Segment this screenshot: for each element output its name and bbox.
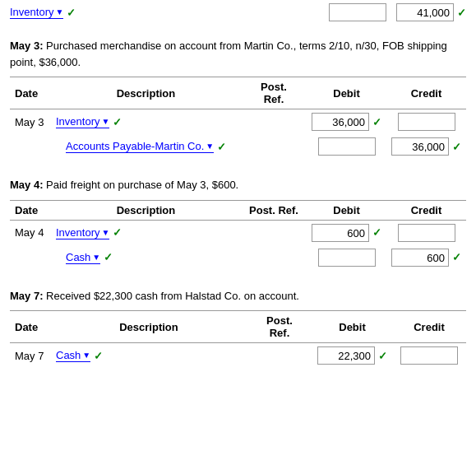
may4-row2-credit-check: ✓ <box>452 251 461 263</box>
may7-row-1: May 7 Cash ▼ ✓ 22,300 ✓ <box>10 343 466 369</box>
may4-narrative: May 4: Paid freight on purchase of May 3… <box>10 177 466 193</box>
may3-row2-desc-check: ✓ <box>217 141 226 153</box>
may3-inventory-wrap: Inventory ▼ ✓ <box>56 115 122 128</box>
may4-inventory-wrap: Inventory ▼ ✓ <box>56 226 122 239</box>
may4-row2-credit: 600 ✓ <box>386 245 466 270</box>
top-inventory-dropdown[interactable]: Inventory ▼ <box>10 6 63 19</box>
may3-header-row: Date Description Post. Ref. Debit Credit <box>10 77 466 109</box>
may4-row2-debit-input[interactable] <box>318 249 376 267</box>
top-debit-empty-input[interactable] <box>329 3 386 21</box>
may4-th-desc: Description <box>51 200 241 220</box>
may4-th-postref: Post. Ref. <box>241 200 307 220</box>
may3-row1-debit-value[interactable]: 36,000 <box>312 113 369 131</box>
may3-table: Date Description Post. Ref. Debit Credit… <box>10 77 466 159</box>
may7-th-debit: Debit <box>312 311 392 343</box>
may3-row1-credit-input[interactable] <box>398 113 455 131</box>
may4-th-credit: Credit <box>386 200 466 220</box>
top-desc-cell: Inventory ▼ ✓ <box>10 6 329 19</box>
may3-ap-wrap: Accounts Payable-Martin Co. ▼ ✓ <box>66 140 226 153</box>
may3-row1-postref <box>241 109 307 135</box>
may7-table: Date Description Post. Ref. Debit Credit… <box>10 310 466 368</box>
may4-row1-credit-input[interactable] <box>398 224 455 242</box>
may3-ap-dropdown[interactable]: Accounts Payable-Martin Co. ▼ <box>66 140 214 153</box>
may7-row1-postref <box>247 343 312 369</box>
may7-th-postref: Post. Ref. <box>247 311 312 343</box>
may7-header-row: Date Description Post. Ref. Debit Credit <box>10 311 466 343</box>
top-amount-cell: 41,000 ✓ <box>396 3 466 21</box>
may4-cash-dropdown[interactable]: Cash ▼ <box>66 251 100 264</box>
top-right-cells: 41,000 ✓ <box>329 3 466 21</box>
may7-row1-credit-input[interactable] <box>400 346 458 365</box>
may7-row1-desc-check: ✓ <box>94 350 103 362</box>
may3-ap-label: Accounts Payable-Martin Co. <box>66 140 204 152</box>
top-amount-value[interactable]: 41,000 <box>396 3 454 21</box>
may3-row1-debit-check: ✓ <box>372 116 381 128</box>
may4-cash-arrow: ▼ <box>92 253 100 262</box>
may7-narrative: May 7: Received $22,300 cash from Halsta… <box>10 288 466 305</box>
may4-row2-credit-cell: 600 ✓ <box>391 249 461 267</box>
may4-section: May 4: Paid freight on purchase of May 3… <box>0 170 476 277</box>
may4-row2-credit-value[interactable]: 600 <box>391 249 449 267</box>
may7-cash-arrow: ▼ <box>82 351 90 360</box>
may4-row2-debit-cell <box>312 249 381 267</box>
top-amount-check: ✓ <box>457 7 466 19</box>
may4-row1-desc-check: ✓ <box>113 226 122 239</box>
may3-row2-credit-check: ✓ <box>452 141 461 153</box>
may4-row1-desc: Inventory ▼ ✓ <box>51 220 241 245</box>
may4-row1-debit-check: ✓ <box>372 226 381 239</box>
may4-row1-debit: 600 ✓ <box>307 220 386 245</box>
may4-table: Date Description Post. Ref. Debit Credit… <box>10 200 466 270</box>
may7-row1-debit-cell: 22,300 ✓ <box>317 346 387 365</box>
may4-cash-wrap: Cash ▼ ✓ <box>66 251 113 264</box>
may4-inventory-dropdown[interactable]: Inventory ▼ <box>56 226 109 239</box>
top-dropdown-arrow: ▼ <box>55 7 63 16</box>
may4-row1-debit-value[interactable]: 600 <box>312 224 369 242</box>
may3-row-2: Accounts Payable-Martin Co. ▼ ✓ 36,000 <box>10 134 466 159</box>
may3-row2-credit-value[interactable]: 36,000 <box>391 137 449 156</box>
may4-cash-label: Cash <box>66 251 90 263</box>
may4-row-1: May 4 Inventory ▼ ✓ 600 ✓ <box>10 220 466 245</box>
may4-row1-credit <box>386 220 466 245</box>
top-debit-cell <box>329 3 386 21</box>
may7-postref-line1: Post. <box>266 314 293 327</box>
may4-inventory-label: Inventory <box>56 226 99 239</box>
may4-row1-postref <box>241 220 307 245</box>
may4-row2-postref <box>241 245 307 270</box>
may3-row2-credit-cell: 36,000 ✓ <box>391 137 461 156</box>
may4-header-row: Date Description Post. Ref. Debit Credit <box>10 200 466 220</box>
may4-row1-credit-cell <box>391 224 461 242</box>
top-debit-check: ✓ <box>67 7 76 19</box>
may3-th-postref: Post. Ref. <box>241 77 307 109</box>
may7-row1-credit <box>392 343 466 369</box>
may3-ap-arrow: ▼ <box>206 142 214 151</box>
top-partial-row: Inventory ▼ ✓ 41,000 ✓ <box>0 0 476 23</box>
may3-row1-credit <box>386 109 466 135</box>
may7-row1-debit-check: ✓ <box>378 350 387 362</box>
may3-inventory-label: Inventory <box>56 115 99 128</box>
top-inventory-label: Inventory <box>10 6 53 18</box>
may3-row-1: May 3 Inventory ▼ ✓ 36,000 ✓ <box>10 109 466 135</box>
may7-cash-wrap: Cash ▼ ✓ <box>56 349 103 362</box>
may7-cash-dropdown[interactable]: Cash ▼ <box>56 349 90 362</box>
may4-th-date: Date <box>10 200 51 220</box>
may3-row2-desc: Accounts Payable-Martin Co. ▼ ✓ <box>51 134 241 159</box>
may4-row-2: Cash ▼ ✓ 600 ✓ <box>10 245 466 270</box>
may3-th-desc: Description <box>51 77 241 109</box>
may3-inventory-dropdown[interactable]: Inventory ▼ <box>56 115 109 128</box>
may3-row2-postref <box>241 134 307 159</box>
may4-row2-desc: Cash ▼ ✓ <box>51 245 241 270</box>
may3-row1-desc-check: ✓ <box>113 116 122 128</box>
may3-row1-desc: Inventory ▼ ✓ <box>51 109 241 135</box>
may3-row2-debit-input[interactable] <box>318 137 376 156</box>
may7-row1-debit-value[interactable]: 22,300 <box>317 346 375 365</box>
may7-row1-desc: Cash ▼ ✓ <box>51 343 247 369</box>
may7-row1-debit: 22,300 ✓ <box>312 343 392 369</box>
may4-row2-debit <box>307 245 386 270</box>
may3-row2-credit: 36,000 ✓ <box>386 134 466 159</box>
may4-row2-date <box>10 245 51 270</box>
may7-row1-credit-cell <box>397 346 461 365</box>
may7-postref-line2: Ref. <box>270 327 290 339</box>
may3-th-debit: Debit <box>307 77 386 109</box>
top-inventory-dropdown-wrap: Inventory ▼ ✓ <box>10 6 76 19</box>
may7-th-desc: Description <box>51 311 247 343</box>
